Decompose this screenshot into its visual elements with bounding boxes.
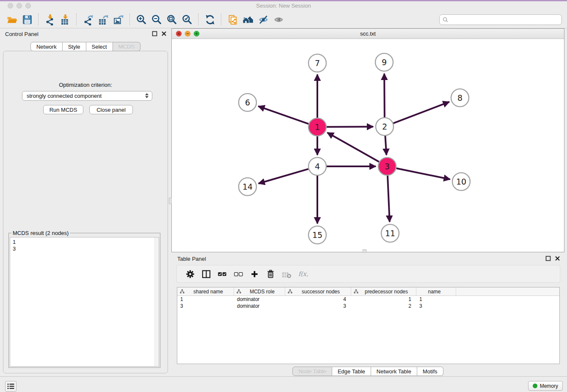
node-table[interactable]: shared name MCDS role successor nodes pr… bbox=[177, 287, 560, 364]
export-table-button[interactable] bbox=[96, 13, 110, 26]
close-table-panel-icon[interactable] bbox=[555, 256, 560, 261]
float-panel-icon[interactable] bbox=[152, 31, 157, 36]
node-3[interactable]: 3 bbox=[378, 157, 396, 175]
hide-selected-button[interactable] bbox=[256, 13, 270, 26]
table-cell[interactable]: 3 bbox=[285, 303, 351, 309]
home-button[interactable] bbox=[241, 13, 255, 26]
column-label: MCDS role bbox=[243, 289, 285, 295]
node-2[interactable]: 2 bbox=[376, 118, 394, 135]
save-session-button[interactable] bbox=[20, 13, 34, 26]
zoom-in-icon bbox=[136, 14, 147, 25]
table-cell[interactable]: dominator bbox=[234, 296, 285, 302]
tab-select[interactable]: Select bbox=[86, 42, 113, 51]
node-15[interactable]: 15 bbox=[308, 226, 326, 244]
column-sort-icon bbox=[354, 289, 358, 294]
table-cell[interactable]: dominator bbox=[234, 303, 285, 309]
open-file-button[interactable] bbox=[5, 13, 19, 26]
node-11[interactable]: 11 bbox=[381, 224, 399, 242]
split-panel-button[interactable] bbox=[200, 268, 212, 280]
tab-edge-table[interactable]: Edge Table bbox=[332, 367, 371, 376]
table-panel-tabgroup: Node TableEdge TableNetwork TableMotifs bbox=[292, 367, 443, 376]
column-header-predecessor-nodes[interactable]: predecessor nodes bbox=[351, 287, 416, 295]
edge-4-14[interactable] bbox=[259, 169, 308, 183]
show-hidden-button[interactable] bbox=[271, 13, 286, 26]
vertical-splitter-grip[interactable] bbox=[169, 198, 172, 204]
horizontal-splitter-grip[interactable] bbox=[363, 249, 366, 253]
node-8[interactable]: 8 bbox=[451, 89, 469, 107]
search-box[interactable] bbox=[439, 14, 562, 25]
tab-node-table[interactable]: Node Table bbox=[292, 367, 332, 376]
tab-network[interactable]: Network bbox=[30, 42, 63, 51]
add-column-button[interactable] bbox=[248, 268, 261, 280]
edge-2-3[interactable] bbox=[385, 136, 386, 155]
refresh-icon bbox=[204, 14, 216, 25]
zoom-in-button[interactable] bbox=[134, 13, 149, 26]
refresh-button[interactable] bbox=[203, 13, 217, 26]
table-cell[interactable]: 2 bbox=[351, 303, 416, 309]
toolbar-separator bbox=[221, 14, 222, 25]
import-network-button[interactable] bbox=[43, 13, 57, 26]
column-header-shared-name[interactable]: shared name bbox=[177, 287, 234, 295]
network-canvas[interactable]: 7968124314101511 bbox=[172, 39, 564, 252]
titlebar: Session: New Session bbox=[0, 1, 567, 11]
zoom-fit-button[interactable] bbox=[165, 13, 179, 26]
column-header-MCDS-role[interactable]: MCDS role bbox=[234, 287, 285, 295]
table-cell[interactable]: 1 bbox=[351, 296, 416, 302]
node-4[interactable]: 4 bbox=[308, 157, 326, 175]
table-row[interactable]: 3dominator323 bbox=[177, 303, 559, 309]
float-table-panel-icon[interactable] bbox=[545, 256, 551, 261]
tab-network-table[interactable]: Network Table bbox=[371, 367, 417, 376]
column-header-successor-nodes[interactable]: successor nodes bbox=[285, 287, 351, 295]
column-header-name[interactable]: name bbox=[416, 287, 456, 295]
status-bar: Memory bbox=[0, 376, 567, 392]
table-cell[interactable]: 4 bbox=[285, 296, 351, 302]
memory-button[interactable]: Memory bbox=[528, 381, 563, 391]
table-cell[interactable]: 3 bbox=[416, 303, 456, 309]
node-9[interactable]: 9 bbox=[375, 53, 393, 71]
control-panel: Control Panel NetworkStyleSelectMCDS Opt… bbox=[0, 28, 171, 376]
node-14[interactable]: 14 bbox=[239, 178, 256, 196]
delete-column-button[interactable] bbox=[264, 268, 277, 280]
node-6[interactable]: 6 bbox=[239, 94, 256, 111]
table-cell[interactable]: 1 bbox=[416, 296, 456, 302]
export-image-icon bbox=[113, 14, 124, 25]
export-image-button[interactable] bbox=[111, 13, 126, 26]
network-file-button[interactable] bbox=[226, 13, 240, 26]
mcds-result-textarea[interactable]: 13 bbox=[10, 237, 159, 367]
settings-button[interactable] bbox=[184, 268, 196, 280]
edge-3-10[interactable] bbox=[396, 168, 450, 179]
delete-table-button bbox=[280, 268, 293, 280]
close-panel-icon[interactable] bbox=[161, 31, 167, 36]
search-icon bbox=[443, 17, 449, 23]
criterion-select[interactable]: strongly connected component bbox=[22, 91, 152, 101]
zoom-selected-button[interactable] bbox=[180, 13, 194, 26]
node-1[interactable]: 1 bbox=[308, 118, 326, 136]
table-cell[interactable]: 3 bbox=[177, 303, 234, 309]
select-all-button[interactable] bbox=[216, 268, 228, 280]
edge-3-1[interactable] bbox=[328, 133, 379, 162]
edge-1-2[interactable] bbox=[327, 127, 373, 127]
tab-mcds[interactable]: MCDS bbox=[113, 42, 140, 51]
close-panel-button[interactable]: Close panel bbox=[89, 105, 133, 114]
table-row[interactable]: 1dominator411 bbox=[177, 296, 559, 303]
run-mcds-button[interactable]: Run MCDS bbox=[43, 105, 83, 114]
deselect-all-button[interactable] bbox=[232, 268, 245, 280]
tab-style[interactable]: Style bbox=[63, 42, 86, 51]
zoom-out-button[interactable] bbox=[149, 13, 164, 26]
node-7[interactable]: 7 bbox=[308, 54, 326, 72]
export-network-button[interactable] bbox=[81, 13, 95, 26]
window-title: Session: New Session bbox=[0, 3, 567, 9]
edge-2-8[interactable] bbox=[394, 102, 449, 124]
network-window-titlebar[interactable]: scc.txt bbox=[172, 29, 564, 39]
table-cell[interactable]: 1 bbox=[177, 296, 234, 302]
search-input[interactable] bbox=[450, 16, 561, 24]
tab-motifs[interactable]: Motifs bbox=[417, 367, 443, 376]
result-scrollbar[interactable] bbox=[154, 237, 159, 366]
import-table-button[interactable] bbox=[58, 13, 72, 26]
task-history-button[interactable] bbox=[5, 381, 17, 392]
node-10[interactable]: 10 bbox=[452, 173, 470, 190]
edge-3-11[interactable] bbox=[388, 176, 390, 222]
edge-2-9[interactable] bbox=[384, 74, 385, 117]
edge-1-6[interactable] bbox=[258, 106, 308, 124]
export-network-icon bbox=[83, 14, 94, 25]
